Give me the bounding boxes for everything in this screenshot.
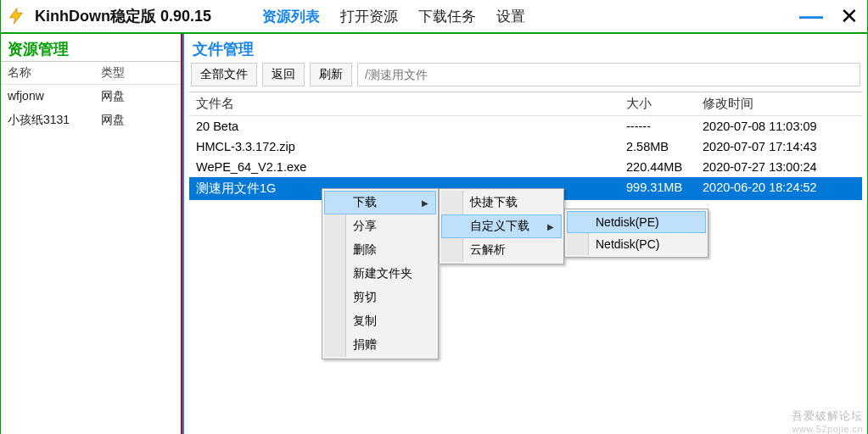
ctx-copy[interactable]: 复制 (324, 309, 436, 333)
col-size[interactable]: 大小 (626, 96, 703, 112)
ctx-new-folder[interactable]: 新建文件夹 (324, 262, 436, 286)
menu-download-tasks[interactable]: 下载任务 (418, 7, 476, 26)
cell-date: 2020-07-07 17:14:43 (703, 140, 855, 153)
watermark-text: 吾爱破解论坛 (792, 409, 863, 424)
cell-size: ------ (626, 120, 703, 133)
ctx-netdisk-pc[interactable]: Netdisk(PC) (567, 233, 706, 255)
menu-resource-list[interactable]: 资源列表 (262, 7, 320, 26)
menu-settings[interactable]: 设置 (496, 7, 525, 26)
sidebar-col-name: 名称 (8, 65, 101, 81)
ctx-item-label: 下载 (353, 195, 377, 209)
ctx-quick-download[interactable]: 快捷下载 (441, 191, 562, 214)
main-title: 文件管理 (184, 34, 867, 63)
ctx-donate[interactable]: 捐赠 (324, 333, 436, 357)
app-icon (4, 4, 28, 28)
context-submenu-custom: Netdisk(PE) Netdisk(PC) (564, 209, 708, 258)
cell-name: WePE_64_V2.1.exe (196, 160, 626, 174)
ctx-cut[interactable]: 剪切 (324, 286, 436, 309)
cell-name: 20 Beta (196, 120, 626, 133)
ctx-custom-download[interactable]: 自定义下载▶ (441, 214, 562, 238)
ctx-item-label: 自定义下载 (470, 219, 529, 232)
cell-size: 2.58MB (626, 140, 703, 153)
path-input[interactable] (357, 63, 860, 86)
cell-name: HMCL-3.3.172.zip (196, 140, 626, 153)
all-files-button[interactable]: 全部文件 (191, 63, 257, 86)
cell-size: 220.44MB (626, 160, 703, 174)
col-filename[interactable]: 文件名 (196, 96, 626, 112)
file-table-header: 文件名 大小 修改时间 (189, 92, 862, 116)
cell-date: 2020-07-08 11:03:09 (703, 120, 855, 133)
minimize-button[interactable]: — (794, 4, 828, 28)
context-submenu-download: 快捷下载 自定义下载▶ 云解析 (439, 188, 564, 264)
ctx-download[interactable]: 下载▶ (324, 191, 436, 214)
cell-size: 999.31MB (626, 181, 703, 197)
refresh-button[interactable]: 刷新 (310, 63, 352, 86)
ctx-cloud-parse[interactable]: 云解析 (441, 238, 562, 262)
chevron-right-icon: ▶ (547, 222, 554, 231)
sidebar-row-type: 网盘 (101, 113, 125, 128)
toolbar: 全部文件 返回 刷新 (184, 63, 867, 92)
back-button[interactable]: 返回 (262, 63, 305, 86)
ctx-netdisk-pe[interactable]: Netdisk(PE) (567, 211, 706, 233)
table-row[interactable]: 20 Beta ------ 2020-07-08 11:03:09 (189, 116, 862, 136)
col-date[interactable]: 修改时间 (703, 96, 855, 112)
cell-date: 2020-07-27 13:00:24 (703, 160, 855, 174)
chevron-right-icon: ▶ (422, 198, 428, 208)
sidebar-col-type: 类型 (101, 65, 125, 81)
close-button[interactable]: ✕ (835, 5, 864, 27)
menu-open-resource[interactable]: 打开资源 (340, 7, 398, 26)
context-menu: 下载▶ 分享 删除 新建文件夹 剪切 复制 捐赠 (322, 188, 439, 359)
cell-date: 2020-06-20 18:24:52 (703, 181, 855, 197)
top-menu: 资源列表 打开资源 下载任务 设置 (262, 7, 525, 26)
ctx-share[interactable]: 分享 (324, 214, 436, 238)
table-row[interactable]: WePE_64_V2.1.exe 220.44MB 2020-07-27 13:… (189, 157, 862, 177)
sidebar-title: 资源管理 (1, 34, 181, 62)
sidebar-row[interactable]: wfjonw 网盘 (1, 85, 181, 108)
titlebar: KinhDown稳定版 0.90.15 资源列表 打开资源 下载任务 设置 — … (1, 0, 867, 34)
file-table: 文件名 大小 修改时间 20 Beta ------ 2020-07-08 11… (189, 92, 862, 200)
sidebar-columns: 名称 类型 (1, 62, 181, 85)
ctx-delete[interactable]: 删除 (324, 238, 436, 262)
sidebar-row-name: 小孩纸3131 (8, 113, 101, 128)
sidebar-row[interactable]: 小孩纸3131 网盘 (1, 108, 181, 132)
sidebar-row-type: 网盘 (101, 89, 125, 104)
table-row[interactable]: HMCL-3.3.172.zip 2.58MB 2020-07-07 17:14… (189, 136, 862, 157)
app-title: KinhDown稳定版 0.90.15 (35, 6, 211, 26)
sidebar: 资源管理 名称 类型 wfjonw 网盘 小孩纸3131 网盘 (1, 34, 182, 434)
sidebar-row-name: wfjonw (8, 89, 101, 104)
watermark-url: www.52pojie.cn (792, 424, 863, 434)
